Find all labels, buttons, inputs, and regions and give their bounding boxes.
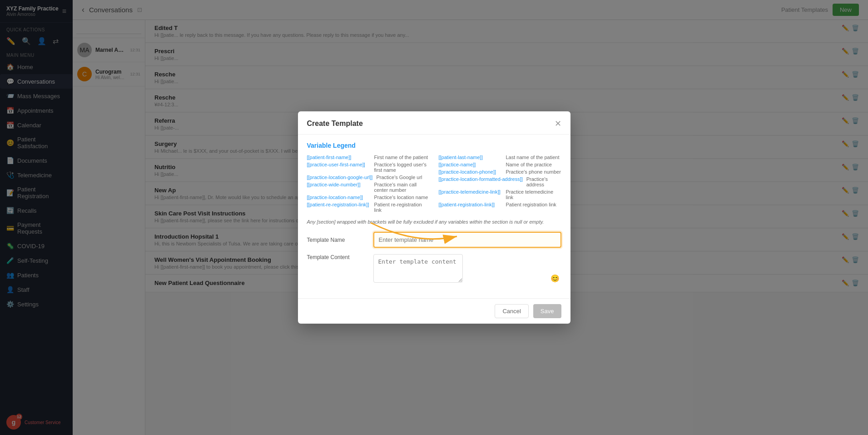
variable-row-3: [[practice-wide-number]] Practice's main…	[307, 181, 430, 194]
variable-row-5: [[patient-re-registration-link]] Patient…	[307, 201, 430, 214]
cancel-button[interactable]: Cancel	[495, 304, 528, 318]
variable-row-r3: [[practice-location-formatted-address]] …	[439, 175, 561, 188]
variable-desc-r4: Practice telemedicine link	[506, 189, 561, 200]
variable-desc-r2: Practice's phone number	[506, 169, 561, 175]
variable-legend-title: Variable Legend	[307, 142, 561, 149]
variable-name-5[interactable]: [[patient-re-registration-link]]	[307, 202, 371, 207]
save-button[interactable]: Save	[533, 304, 561, 318]
variable-desc-r3: Practice's address	[526, 176, 561, 187]
variable-name-4[interactable]: [[practice-location-name]]	[307, 195, 371, 200]
modal-close-button[interactable]: ✕	[555, 119, 561, 129]
variable-row-2: [[practice-location-google-url]] Practic…	[307, 174, 430, 181]
variable-col-left: [[patient-first-name]] First name of the…	[307, 154, 430, 214]
variable-name-1[interactable]: [[practice-user-first-name]]	[307, 162, 371, 167]
variable-note: Any [section] wrapped with brackets will…	[307, 219, 561, 225]
variable-row-r2: [[practice-location-phone]] Practice's p…	[439, 168, 561, 175]
variable-row-1: [[practice-user-first-name]] Practice's …	[307, 161, 430, 174]
variable-name-r5[interactable]: [[patient-registration-link]]	[439, 202, 502, 207]
variable-name-3[interactable]: [[practice-wide-number]]	[307, 182, 371, 187]
variable-desc-r0: Last name of the patient	[506, 155, 560, 160]
variable-desc-2: Practice's Google url	[376, 175, 422, 180]
emoji-button[interactable]: 😊	[551, 274, 560, 283]
variable-row-r1: [[practice-name]] Name of the practice	[439, 161, 561, 168]
modal-overlay[interactable]: Create Template ✕ Variable Legend [[pati…	[0, 0, 868, 435]
modal-body: Variable Legend [[patient-first-name]] F…	[298, 135, 570, 298]
variable-col-right: [[patient-last-name]] Last name of the p…	[439, 154, 561, 214]
variable-grid: [[patient-first-name]] First name of the…	[307, 154, 561, 214]
variable-row-r0: [[patient-last-name]] Last name of the p…	[439, 154, 561, 161]
variable-name-r2[interactable]: [[practice-location-phone]]	[439, 169, 502, 175]
template-content-input[interactable]	[373, 254, 463, 283]
modal-header: Create Template ✕	[298, 111, 570, 135]
template-name-label: Template Name	[307, 237, 366, 243]
variable-desc-0: First name of the patient	[374, 155, 428, 160]
template-content-row: Template Content 😊	[307, 254, 561, 285]
template-content-label: Template Content	[307, 254, 366, 260]
variable-name-r1[interactable]: [[practice-name]]	[439, 162, 502, 167]
variable-desc-1: Practice's logged user's first name	[374, 162, 430, 173]
variable-name-r3[interactable]: [[practice-location-formatted-address]]	[439, 176, 523, 182]
create-template-modal: Create Template ✕ Variable Legend [[pati…	[298, 111, 570, 324]
variable-name-2[interactable]: [[practice-location-google-url]]	[307, 175, 373, 180]
variable-desc-4: Practice's location name	[374, 195, 428, 200]
variable-desc-r5: Patient registration link	[506, 202, 556, 207]
template-name-row: Template Name	[307, 232, 561, 248]
variable-name-r0[interactable]: [[patient-last-name]]	[439, 155, 502, 160]
variable-desc-r1: Name of the practice	[506, 162, 552, 167]
template-name-input[interactable]	[373, 232, 561, 248]
modal-title: Create Template	[307, 120, 363, 128]
variable-name-0[interactable]: [[patient-first-name]]	[307, 155, 371, 160]
modal-footer: Cancel Save	[298, 298, 570, 324]
variable-row-r4: [[practice-telemedicine-link]] Practice …	[439, 188, 561, 201]
variable-row-0: [[patient-first-name]] First name of the…	[307, 154, 430, 161]
variable-desc-3: Practice's main call center number	[374, 182, 430, 193]
variable-row-4: [[practice-location-name]] Practice's lo…	[307, 194, 430, 201]
variable-row-r5: [[patient-registration-link]] Patient re…	[439, 201, 561, 208]
variable-name-r4[interactable]: [[practice-telemedicine-link]]	[439, 189, 502, 195]
variable-desc-5: Patient re-registration link	[374, 202, 430, 213]
template-content-wrapper: 😊	[373, 254, 561, 285]
